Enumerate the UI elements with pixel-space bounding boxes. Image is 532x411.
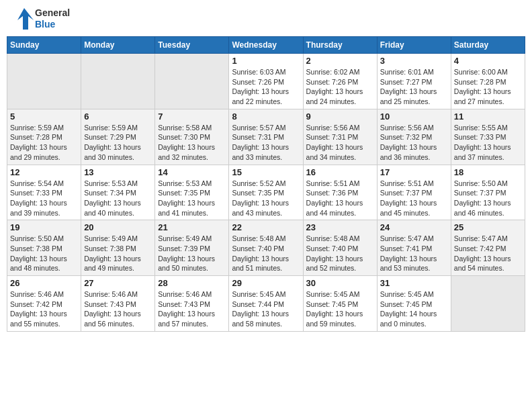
day-info: Sunrise: 5:53 AM Sunset: 7:35 PM Dayligh… <box>158 179 226 218</box>
weekday-header-sunday: Sunday <box>7 37 81 54</box>
calendar-cell: 5Sunrise: 5:59 AM Sunset: 7:28 PM Daylig… <box>7 109 81 165</box>
day-number: 10 <box>380 111 448 122</box>
day-number: 9 <box>306 111 374 122</box>
day-info: Sunrise: 5:47 AM Sunset: 7:42 PM Dayligh… <box>454 234 522 273</box>
day-number: 13 <box>84 167 152 177</box>
calendar-cell: 13Sunrise: 5:53 AM Sunset: 7:34 PM Dayli… <box>81 165 155 220</box>
day-number: 1 <box>232 56 300 66</box>
day-number: 23 <box>306 222 374 232</box>
day-info: Sunrise: 5:50 AM Sunset: 7:38 PM Dayligh… <box>10 234 78 273</box>
calendar-cell: 29Sunrise: 5:45 AM Sunset: 7:44 PM Dayli… <box>229 276 303 332</box>
calendar-cell: 9Sunrise: 5:56 AM Sunset: 7:31 PM Daylig… <box>303 109 377 165</box>
day-info: Sunrise: 5:48 AM Sunset: 7:40 PM Dayligh… <box>232 234 300 273</box>
day-number: 27 <box>84 278 152 288</box>
day-info: Sunrise: 6:03 AM Sunset: 7:26 PM Dayligh… <box>232 67 300 107</box>
day-info: Sunrise: 5:46 AM Sunset: 7:42 PM Dayligh… <box>10 289 78 329</box>
day-info: Sunrise: 5:46 AM Sunset: 7:43 PM Dayligh… <box>84 289 152 329</box>
calendar-cell: 7Sunrise: 5:58 AM Sunset: 7:30 PM Daylig… <box>155 109 229 165</box>
calendar-cell <box>81 54 155 109</box>
day-number: 11 <box>454 111 522 122</box>
weekday-header-saturday: Saturday <box>451 37 525 54</box>
calendar-cell: 11Sunrise: 5:55 AM Sunset: 7:33 PM Dayli… <box>451 109 525 165</box>
day-info: Sunrise: 5:47 AM Sunset: 7:41 PM Dayligh… <box>380 234 448 273</box>
day-number: 26 <box>10 278 78 288</box>
calendar-cell <box>155 54 229 109</box>
calendar-cell: 30Sunrise: 5:45 AM Sunset: 7:45 PM Dayli… <box>303 276 377 332</box>
day-info: Sunrise: 6:01 AM Sunset: 7:27 PM Dayligh… <box>380 67 448 107</box>
day-info: Sunrise: 5:45 AM Sunset: 7:44 PM Dayligh… <box>232 289 300 329</box>
calendar-cell: 31Sunrise: 5:45 AM Sunset: 7:45 PM Dayli… <box>377 276 451 332</box>
day-number: 24 <box>380 222 448 232</box>
day-info: Sunrise: 5:58 AM Sunset: 7:30 PM Dayligh… <box>158 123 226 163</box>
calendar-cell: 24Sunrise: 5:47 AM Sunset: 7:41 PM Dayli… <box>377 220 451 276</box>
weekday-header-row: SundayMondayTuesdayWednesdayThursdayFrid… <box>7 37 525 54</box>
calendar-cell: 18Sunrise: 5:50 AM Sunset: 7:37 PM Dayli… <box>451 165 525 220</box>
weekday-header-thursday: Thursday <box>303 37 377 54</box>
day-number: 2 <box>306 56 374 66</box>
day-info: Sunrise: 5:59 AM Sunset: 7:28 PM Dayligh… <box>10 123 78 163</box>
day-number: 30 <box>306 278 374 288</box>
week-row-1: 5Sunrise: 5:59 AM Sunset: 7:28 PM Daylig… <box>7 109 525 165</box>
day-number: 5 <box>10 111 78 122</box>
day-number: 22 <box>232 222 300 232</box>
day-number: 18 <box>454 167 522 177</box>
day-info: Sunrise: 5:55 AM Sunset: 7:33 PM Dayligh… <box>454 123 522 163</box>
day-info: Sunrise: 6:00 AM Sunset: 7:28 PM Dayligh… <box>454 67 522 107</box>
calendar-cell: 2Sunrise: 6:02 AM Sunset: 7:26 PM Daylig… <box>303 54 377 109</box>
calendar-cell: 12Sunrise: 5:54 AM Sunset: 7:33 PM Dayli… <box>7 165 81 220</box>
weekday-header-friday: Friday <box>377 37 451 54</box>
day-number: 21 <box>158 222 226 232</box>
day-number: 8 <box>232 111 300 122</box>
calendar-cell: 23Sunrise: 5:48 AM Sunset: 7:40 PM Dayli… <box>303 220 377 276</box>
svg-marker-0 <box>17 8 34 30</box>
day-number: 19 <box>10 222 78 232</box>
calendar-cell: 22Sunrise: 5:48 AM Sunset: 7:40 PM Dayli… <box>229 220 303 276</box>
calendar-cell: 8Sunrise: 5:57 AM Sunset: 7:31 PM Daylig… <box>229 109 303 165</box>
day-number: 20 <box>84 222 152 232</box>
day-info: Sunrise: 5:56 AM Sunset: 7:32 PM Dayligh… <box>380 123 448 163</box>
day-number: 28 <box>158 278 226 288</box>
day-info: Sunrise: 5:57 AM Sunset: 7:31 PM Dayligh… <box>232 123 300 163</box>
weekday-header-wednesday: Wednesday <box>229 37 303 54</box>
day-info: Sunrise: 5:50 AM Sunset: 7:37 PM Dayligh… <box>454 179 522 218</box>
day-number: 17 <box>380 167 448 177</box>
day-number: 12 <box>10 167 78 177</box>
day-info: Sunrise: 5:45 AM Sunset: 7:45 PM Dayligh… <box>380 289 448 329</box>
day-info: Sunrise: 5:45 AM Sunset: 7:45 PM Dayligh… <box>306 289 374 329</box>
calendar-cell: 1Sunrise: 6:03 AM Sunset: 7:26 PM Daylig… <box>229 54 303 109</box>
day-number: 15 <box>232 167 300 177</box>
calendar-cell <box>451 276 525 332</box>
calendar-cell: 19Sunrise: 5:50 AM Sunset: 7:38 PM Dayli… <box>7 220 81 276</box>
day-number: 14 <box>158 167 226 177</box>
weekday-header-monday: Monday <box>81 37 155 54</box>
day-number: 25 <box>454 222 522 232</box>
calendar-cell: 28Sunrise: 5:46 AM Sunset: 7:43 PM Dayli… <box>155 276 229 332</box>
calendar-cell: 3Sunrise: 6:01 AM Sunset: 7:27 PM Daylig… <box>377 54 451 109</box>
day-info: Sunrise: 5:51 AM Sunset: 7:37 PM Dayligh… <box>380 179 448 218</box>
week-row-2: 12Sunrise: 5:54 AM Sunset: 7:33 PM Dayli… <box>7 165 525 220</box>
calendar-cell: 26Sunrise: 5:46 AM Sunset: 7:42 PM Dayli… <box>7 276 81 332</box>
day-info: Sunrise: 5:51 AM Sunset: 7:36 PM Dayligh… <box>306 179 374 218</box>
day-number: 7 <box>158 111 226 122</box>
calendar-cell: 4Sunrise: 6:00 AM Sunset: 7:28 PM Daylig… <box>451 54 525 109</box>
logo-arrow-icon <box>9 7 34 31</box>
day-info: Sunrise: 5:49 AM Sunset: 7:38 PM Dayligh… <box>84 234 152 273</box>
calendar-table: SundayMondayTuesdayWednesdayThursdayFrid… <box>7 36 525 332</box>
logo-general-text: General <box>35 7 70 19</box>
logo: General Blue <box>9 7 70 31</box>
calendar-cell: 14Sunrise: 5:53 AM Sunset: 7:35 PM Dayli… <box>155 165 229 220</box>
week-row-3: 19Sunrise: 5:50 AM Sunset: 7:38 PM Dayli… <box>7 220 525 276</box>
calendar-cell: 20Sunrise: 5:49 AM Sunset: 7:38 PM Dayli… <box>81 220 155 276</box>
day-info: Sunrise: 5:53 AM Sunset: 7:34 PM Dayligh… <box>84 179 152 218</box>
weekday-header-tuesday: Tuesday <box>155 37 229 54</box>
day-info: Sunrise: 5:54 AM Sunset: 7:33 PM Dayligh… <box>10 179 78 218</box>
calendar-cell <box>7 54 81 109</box>
calendar-cell: 16Sunrise: 5:51 AM Sunset: 7:36 PM Dayli… <box>303 165 377 220</box>
day-number: 16 <box>306 167 374 177</box>
calendar-cell: 17Sunrise: 5:51 AM Sunset: 7:37 PM Dayli… <box>377 165 451 220</box>
calendar-cell: 25Sunrise: 5:47 AM Sunset: 7:42 PM Dayli… <box>451 220 525 276</box>
day-info: Sunrise: 5:48 AM Sunset: 7:40 PM Dayligh… <box>306 234 374 273</box>
calendar-cell: 21Sunrise: 5:49 AM Sunset: 7:39 PM Dayli… <box>155 220 229 276</box>
day-info: Sunrise: 5:56 AM Sunset: 7:31 PM Dayligh… <box>306 123 374 163</box>
day-info: Sunrise: 5:49 AM Sunset: 7:39 PM Dayligh… <box>158 234 226 273</box>
